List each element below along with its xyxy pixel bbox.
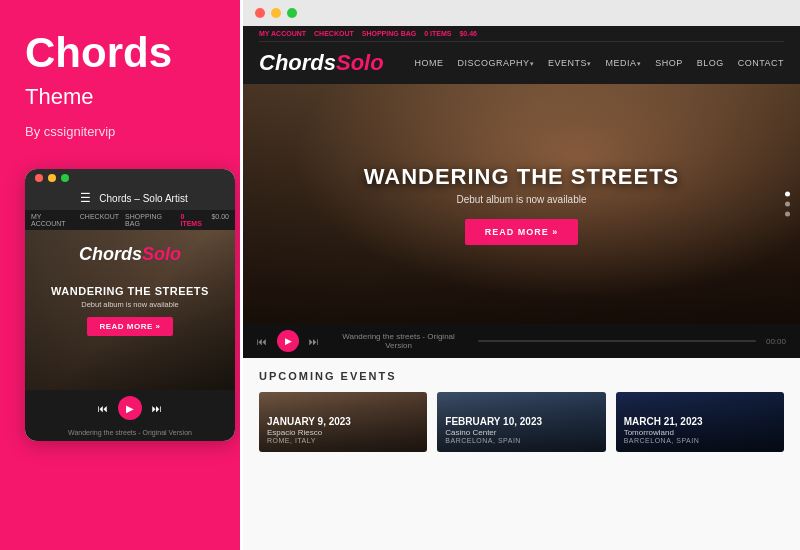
site-player: ⏮ ▶ ⏭ Wandering the streets - Original V…	[243, 324, 800, 358]
event-1-date: JANUARY 9, 2023	[267, 416, 419, 427]
site-play-button[interactable]: ▶	[277, 330, 299, 352]
top-price: $0.46	[459, 30, 477, 37]
site-hero: WANDERING THE STREETS Debut album is now…	[243, 84, 800, 324]
site-prev-button[interactable]: ⏮	[257, 336, 267, 347]
site-nav: HOME DISCOGRAPHY▾ EVENTS▾ MEDIA▾ SHOP BL…	[415, 58, 784, 68]
site-top-links: MY ACCOUNT CHECKOUT SHOPPING BAG 0 ITEMS…	[259, 30, 477, 37]
mobile-hero-title: WANDERING THE STREETS	[51, 285, 209, 297]
mobile-mockup: ☰ Chords – Solo Artist MY ACCOUNT CHECKO…	[25, 169, 235, 441]
nav-events[interactable]: EVENTS▾	[548, 58, 592, 68]
site-logo-accent: Solo	[336, 50, 384, 75]
hero-dot-3[interactable]	[785, 212, 790, 217]
theme-subtitle: Theme	[25, 84, 215, 110]
mobile-checkout: CHECKOUT	[80, 213, 119, 227]
browser-dot-red[interactable]	[255, 8, 265, 18]
website-frame: MY ACCOUNT CHECKOUT SHOPPING BAG 0 ITEMS…	[243, 26, 800, 550]
site-player-time: 00:00	[766, 337, 786, 346]
hero-read-more-button[interactable]: READ MORE »	[465, 219, 579, 245]
mobile-play-button[interactable]: ▶	[118, 396, 142, 420]
top-items: 0 ITEMS	[424, 30, 451, 37]
event-2-venue: Casino Center	[445, 428, 597, 437]
mobile-dot-yellow	[48, 174, 56, 182]
mobile-title-text: Chords – Solo Artist	[99, 193, 187, 204]
browser-dot-green[interactable]	[287, 8, 297, 18]
nav-home[interactable]: HOME	[415, 58, 444, 68]
events-arrow-icon: ▾	[587, 60, 592, 67]
event-3-venue: Tomorrowland	[624, 428, 776, 437]
hero-dot-1[interactable]	[785, 192, 790, 197]
site-progress-bar[interactable]	[478, 340, 756, 342]
mobile-hero: ChordsSolo WANDERING THE STREETS Debut a…	[25, 230, 235, 390]
mobile-read-more-button[interactable]: READ MORE »	[87, 317, 172, 336]
hero-subtitle: Debut album is now available	[364, 194, 680, 205]
event-3-date: MARCH 21, 2023	[624, 416, 776, 427]
hero-dot-2[interactable]	[785, 202, 790, 207]
event-card-1[interactable]: JANUARY 9, 2023 Espacio Riesco ROME, ITA…	[259, 392, 427, 452]
events-grid: JANUARY 9, 2023 Espacio Riesco ROME, ITA…	[259, 392, 784, 452]
mobile-dot-red	[35, 174, 43, 182]
event-card-3[interactable]: MARCH 21, 2023 Tomorrowland BARCELONA, S…	[616, 392, 784, 452]
hero-slide-indicators	[785, 192, 790, 217]
nav-media[interactable]: MEDIA▾	[606, 58, 642, 68]
mobile-shoppingbag: SHOPPING BAG	[125, 213, 174, 227]
mobile-dot-green	[61, 174, 69, 182]
top-shoppingbag[interactable]: SHOPPING BAG	[362, 30, 416, 37]
mobile-hamburger-icon[interactable]: ☰	[72, 191, 91, 205]
hero-content: WANDERING THE STREETS Debut album is now…	[364, 164, 680, 245]
event-3-location: BARCELONA, SPAIN	[624, 437, 776, 444]
theme-by: By cssignitervip	[25, 124, 215, 139]
left-panel: Chords Theme By cssignitervip ☰ Chords –…	[0, 0, 240, 550]
top-myaccount[interactable]: MY ACCOUNT	[259, 30, 306, 37]
mobile-logo: ChordsSolo	[79, 244, 181, 265]
nav-shop[interactable]: SHOP	[655, 58, 683, 68]
mobile-logo-accent: Solo	[142, 244, 181, 264]
mobile-myaccount: MY ACCOUNT	[31, 213, 74, 227]
mobile-next-button[interactable]: ⏭	[152, 403, 162, 414]
media-arrow-icon: ▾	[637, 60, 642, 67]
mobile-hero-sub: Debut album is now available	[81, 300, 179, 309]
event-1-location: ROME, ITALY	[267, 437, 419, 444]
event-card-2[interactable]: FEBRUARY 10, 2023 Casino Center BARCELON…	[437, 392, 605, 452]
mobile-top-bar	[25, 169, 235, 187]
site-events-section: UPCOMING EVENTS JANUARY 9, 2023 Espacio …	[243, 358, 800, 550]
nav-discography[interactable]: DISCOGRAPHY▾	[458, 58, 535, 68]
top-checkout[interactable]: CHECKOUT	[314, 30, 354, 37]
discography-arrow-icon: ▾	[530, 60, 535, 67]
mobile-prev-button[interactable]: ⏮	[98, 403, 108, 414]
site-header-main: ChordsSolo HOME DISCOGRAPHY▾ EVENTS▾ MED…	[259, 42, 784, 84]
mobile-player-bar: ⏮ ▶ ⏭	[25, 390, 235, 426]
nav-blog[interactable]: BLOG	[697, 58, 724, 68]
mobile-track-label: Wandering the streets - Original Version	[25, 426, 235, 441]
hero-title: WANDERING THE STREETS	[364, 164, 680, 190]
event-2-location: BARCELONA, SPAIN	[445, 437, 597, 444]
nav-contact[interactable]: CONTACT	[738, 58, 784, 68]
events-section-title: UPCOMING EVENTS	[259, 370, 784, 382]
site-track-label: Wandering the streets - Original Version	[329, 332, 468, 350]
mobile-title-bar: ☰ Chords – Solo Artist	[25, 187, 235, 210]
browser-dot-yellow[interactable]	[271, 8, 281, 18]
mobile-price: $0.00	[211, 213, 229, 227]
site-header-top: MY ACCOUNT CHECKOUT SHOPPING BAG 0 ITEMS…	[259, 26, 784, 42]
right-panel: MY ACCOUNT CHECKOUT SHOPPING BAG 0 ITEMS…	[240, 0, 800, 550]
site-logo: ChordsSolo	[259, 50, 384, 76]
event-2-date: FEBRUARY 10, 2023	[445, 416, 597, 427]
site-next-button[interactable]: ⏭	[309, 336, 319, 347]
mobile-items: 0 ITEMS	[180, 213, 205, 227]
theme-title: Chords	[25, 30, 215, 76]
browser-chrome	[243, 0, 800, 26]
mobile-account-bar: MY ACCOUNT CHECKOUT SHOPPING BAG 0 ITEMS…	[25, 210, 235, 230]
event-1-venue: Espacio Riesco	[267, 428, 419, 437]
site-header: MY ACCOUNT CHECKOUT SHOPPING BAG 0 ITEMS…	[243, 26, 800, 84]
